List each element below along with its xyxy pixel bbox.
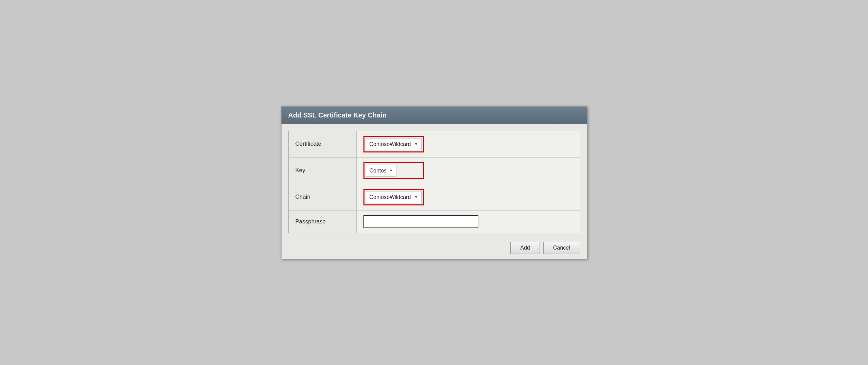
passphrase-label: Passphrase [288, 210, 356, 233]
chain-select-wrapper: ContosoWildcard [366, 191, 422, 203]
certificate-row: Certificate ContosoWildcard [288, 131, 580, 157]
dialog-header: Add SSL Certificate Key Chain [282, 107, 587, 124]
dialog-footer: Add Cancel [282, 237, 587, 259]
dialog-body: Certificate ContosoWildcard [282, 124, 587, 237]
key-highlight: ContosoWildcard [363, 162, 424, 179]
passphrase-row: Passphrase [288, 210, 580, 233]
key-select[interactable]: ContosoWildcard [366, 165, 396, 177]
certificate-select[interactable]: ContosoWildcard [366, 138, 422, 150]
key-label: Key [288, 157, 356, 184]
passphrase-input[interactable] [363, 215, 479, 228]
form-table: Certificate ContosoWildcard [288, 131, 580, 233]
certificate-select-wrapper: ContosoWildcard [366, 138, 422, 150]
chain-highlight: ContosoWildcard [363, 189, 424, 205]
chain-label: Chain [288, 184, 356, 210]
dialog-title: Add SSL Certificate Key Chain [288, 111, 387, 119]
certificate-label: Certificate [288, 131, 356, 157]
chain-input-cell: ContosoWildcard [356, 184, 580, 210]
chain-row: Chain ContosoWildcard [288, 184, 580, 210]
passphrase-input-cell [356, 210, 580, 233]
key-select-wrapper: ContosoWildcard [366, 165, 396, 177]
key-input-cell: ContosoWildcard [356, 157, 580, 184]
cancel-button[interactable]: Cancel [543, 242, 580, 254]
add-ssl-dialog: Add SSL Certificate Key Chain Certificat… [281, 106, 587, 259]
add-button[interactable]: Add [510, 242, 540, 254]
chain-select[interactable]: ContosoWildcard [366, 191, 422, 203]
certificate-highlight: ContosoWildcard [363, 136, 424, 152]
key-row: Key ContosoWildcard [288, 157, 580, 184]
certificate-input-cell: ContosoWildcard [356, 131, 580, 157]
